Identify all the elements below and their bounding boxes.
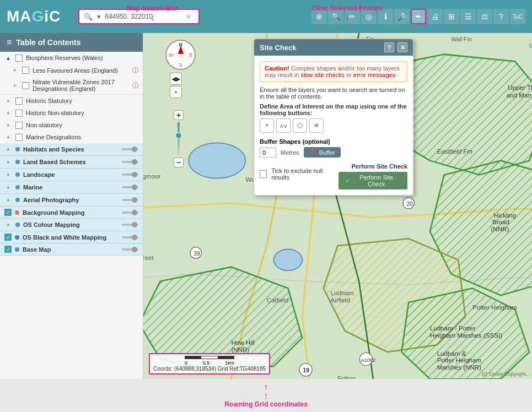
copyright-text: (c) Crown Copyright... <box>481 371 530 377</box>
expand-icon[interactable]: + <box>4 196 12 204</box>
toolbar-globe-btn[interactable]: ⊕ <box>311 9 327 24</box>
toolbar-search-btn[interactable]: 🔍 <box>328 9 343 24</box>
layer-item-historic-stat[interactable]: + Historic Statutory <box>0 95 143 107</box>
layer-checkbox[interactable] <box>15 122 23 129</box>
svg-text:Upper Thurne B: Upper Thurne B <box>508 84 532 91</box>
toolbar-info-btn[interactable]: ℹ <box>378 9 393 24</box>
layer-checkbox-checked[interactable]: ✓ <box>4 234 12 241</box>
draw-polyline-btn[interactable]: ∧∨ <box>276 118 291 133</box>
toolbar-list-btn[interactable]: ☰ <box>460 9 476 24</box>
layer-item-marine-des[interactable]: + Marine Designations <box>0 131 143 143</box>
layer-item-aerial[interactable]: + Aerial Photography <box>0 194 143 206</box>
nav-prev-btn[interactable]: ◀▶ <box>170 73 182 85</box>
layer-item-historic-non[interactable]: + Historic Non-statutory <box>0 107 143 119</box>
opacity-slider[interactable] <box>122 248 138 251</box>
app-logo: MAGiC <box>7 8 61 25</box>
layer-item-basemap[interactable]: ✓ Base Map <box>0 243 143 255</box>
layer-item-habitats[interactable]: + Habitats and Species <box>0 143 143 155</box>
expand-icon[interactable]: + <box>11 82 19 89</box>
layer-item-os-bw[interactable]: ✓ OS Black and White Mapping <box>0 231 143 243</box>
opacity-slider[interactable] <box>122 224 138 226</box>
expand-icon[interactable]: + <box>4 158 12 166</box>
scale-seg-2 <box>201 356 218 359</box>
toc-header: ≡ Table of Contents ◀ <box>0 33 143 52</box>
toolbar-help-btn[interactable]: ? <box>493 9 509 24</box>
info-icon[interactable]: ⓘ <box>132 82 138 90</box>
layer-checkbox[interactable] <box>22 67 29 74</box>
toolbar-toc-btn[interactable]: ToC <box>510 9 525 24</box>
expand-icon[interactable]: + <box>4 109 12 117</box>
buffer-btn[interactable]: 📍 Buffer <box>304 147 341 158</box>
search-dropdown-icon[interactable]: ▼ <box>96 14 101 20</box>
zoom-in-btn[interactable]: + <box>174 110 184 120</box>
panel-title: Site Check <box>260 44 296 52</box>
opacity-slider[interactable] <box>122 148 138 150</box>
layer-checkbox[interactable] <box>15 110 23 117</box>
layer-item-land[interactable]: + Land Based Schemes <box>0 156 143 168</box>
expand-icon[interactable]: ▲ <box>4 54 12 62</box>
toolbar-layers-btn[interactable]: ⊞ <box>444 9 459 24</box>
panel-close-btn[interactable]: ✕ <box>397 42 407 52</box>
buffer-input[interactable] <box>260 148 276 158</box>
expand-icon[interactable]: + <box>11 67 19 74</box>
layer-item-landscape[interactable]: + Landscape <box>0 169 143 181</box>
svg-text:19: 19 <box>303 367 309 373</box>
expand-icon[interactable]: + <box>4 171 12 178</box>
search-input[interactable] <box>105 13 182 20</box>
opacity-slider[interactable] <box>122 236 138 238</box>
opacity-slider[interactable] <box>122 212 138 214</box>
toolbar-edit-btn[interactable]: ✏ <box>345 9 360 24</box>
expand-icon[interactable]: + <box>4 133 12 141</box>
perform-site-check-btn[interactable]: ✓ Perform Site Check <box>338 172 407 189</box>
toolbar-measure-btn[interactable]: ⚖ <box>477 9 492 24</box>
map-area[interactable]: Sutton Hall Eastfield Fm Potter Heigham … <box>143 33 532 379</box>
info-icon[interactable]: ⓘ <box>132 66 138 74</box>
expand-icon[interactable]: + <box>4 145 12 153</box>
expand-icon[interactable]: + <box>4 121 12 129</box>
opacity-slider[interactable] <box>122 161 138 163</box>
opacity-slider[interactable] <box>122 199 138 201</box>
toolbar-identify-btn[interactable]: 🔎 <box>394 9 410 24</box>
expand-icon[interactable]: + <box>4 221 12 229</box>
scale-label-1km: 1km <box>225 360 234 366</box>
layer-checkbox[interactable] <box>15 97 23 105</box>
panel-help-btn[interactable]: ? <box>384 42 394 52</box>
draw-point-btn[interactable]: • <box>260 118 274 133</box>
layer-item-less-favoured[interactable]: + Less Favoured Areas (England) ⓘ <box>0 64 143 77</box>
group-os-colour: + OS Colour Mapping <box>0 219 143 231</box>
layer-checkbox[interactable] <box>22 82 29 89</box>
toolbar-target-btn[interactable]: ◎ <box>361 9 377 24</box>
map-canvas[interactable]: Sutton Hall Eastfield Fm Potter Heigham … <box>143 33 532 379</box>
toolbar-print-btn[interactable]: 🖨 <box>427 9 443 24</box>
expand-icon[interactable]: + <box>4 97 12 105</box>
compass[interactable]: N S E W <box>165 40 196 70</box>
svg-point-9 <box>189 143 245 178</box>
zoom-slider-track[interactable] <box>178 122 180 155</box>
zoom-out-btn[interactable]: − <box>174 158 184 167</box>
perform-label: Perform Site Check <box>352 163 407 170</box>
draw-clear-btn[interactable]: ✕ <box>309 118 324 133</box>
layer-checkbox[interactable] <box>15 55 23 62</box>
layer-item-non-stat[interactable]: + Non-statutory <box>0 119 143 131</box>
layer-checkbox-checked[interactable]: ✓ <box>4 246 12 253</box>
layer-item-nitrate[interactable]: + Nitrate Vulnerable Zones 2017 Designat… <box>0 77 143 94</box>
layer-item-background[interactable]: ✓ Background Mapping <box>0 207 143 218</box>
toolbar-draw-btn[interactable]: ✒ <box>411 9 426 24</box>
layer-item-biosphere[interactable]: ▲ Biosphere Reserves (Wales) <box>0 52 143 64</box>
sidebar: ≡ Table of Contents ◀ ▲ Biosphere Reserv… <box>0 33 143 379</box>
draw-tools: • ∧∨ ⬡ ✕ <box>260 118 407 133</box>
draw-polygon-btn[interactable]: ⬡ <box>293 118 307 133</box>
zoom-slider-handle[interactable] <box>175 132 182 139</box>
layer-item-os-colour[interactable]: + OS Colour Mapping <box>0 219 143 231</box>
opacity-slider[interactable] <box>122 186 138 188</box>
null-results-checkbox[interactable] <box>260 170 267 178</box>
layer-checkbox[interactable] <box>15 134 23 141</box>
nav-zoom-btn[interactable]: + <box>170 86 182 98</box>
opacity-slider[interactable] <box>122 174 138 176</box>
search-clear-icon[interactable]: ✕ <box>185 12 192 21</box>
expand-icon[interactable]: + <box>4 183 12 191</box>
svg-text:(NNR): (NNR) <box>491 226 509 232</box>
group-dot <box>15 185 20 189</box>
layer-checkbox-checked[interactable]: ✓ <box>4 209 12 216</box>
layer-item-marine[interactable]: + Marine <box>0 181 143 193</box>
